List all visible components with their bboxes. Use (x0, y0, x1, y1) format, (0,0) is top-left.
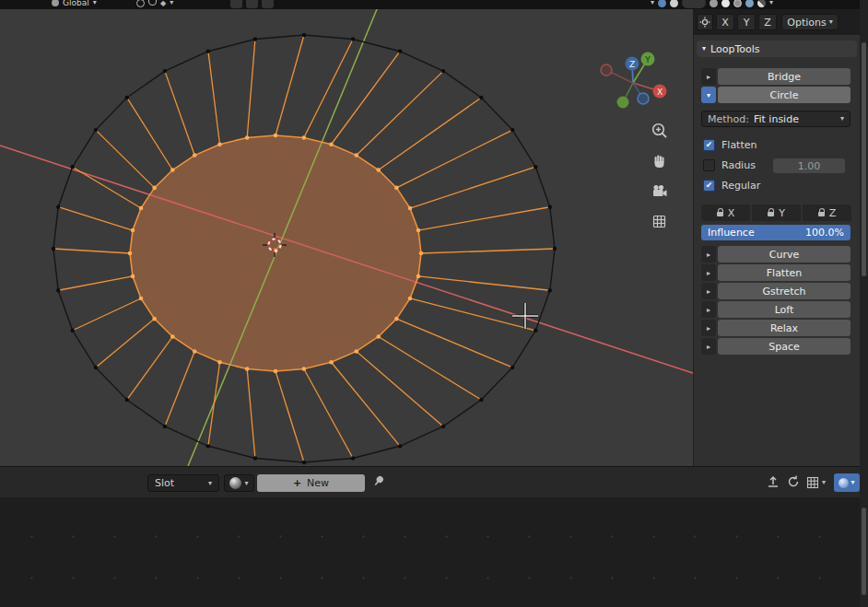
new-image-button[interactable]: + New (257, 474, 365, 492)
bridge-button[interactable]: Bridge (718, 68, 850, 85)
snap-grid-icon[interactable] (805, 473, 820, 492)
lock-x-button[interactable]: X (701, 204, 750, 221)
chevron-right-icon: ▸ (707, 251, 710, 259)
relax-expand-button[interactable]: ▸ (701, 320, 716, 336)
loft-expand-button[interactable]: ▸ (701, 301, 716, 318)
mirror-z-label: Z (764, 17, 771, 29)
space-expand-button[interactable]: ▸ (701, 338, 716, 355)
shading-cluster[interactable]: ▾ ▾ (651, 0, 773, 9)
bridge-label: Bridge (768, 71, 801, 83)
gear-icon[interactable] (697, 14, 713, 30)
chevron-down-icon: ▾ (840, 115, 844, 123)
lock-icon (717, 212, 723, 216)
check-icon: ✔ (706, 181, 713, 190)
orbit-icon (136, 0, 145, 7)
wireframe-shading-icon (710, 0, 718, 7)
panel-title: LoopTools (710, 43, 759, 55)
chevron-down-icon: ▾ (170, 0, 173, 6)
viewport-canvas[interactable] (0, 9, 696, 466)
radius-value: 1.00 (798, 160, 821, 172)
mirror-y-button[interactable]: Y (737, 14, 756, 30)
looptools-panel: ▾ LoopTools ▸ Bridge ▾ Circle Method: Fi… (693, 35, 860, 466)
orientation-dropdown[interactable]: Global ▾ (52, 0, 97, 9)
influence-value: 100.0% (805, 227, 844, 239)
viewport-controls (651, 122, 671, 243)
space-button[interactable]: Space (718, 338, 850, 355)
show-overlays-icon (670, 0, 678, 7)
orthographic-grid-icon[interactable] (651, 213, 669, 231)
scrollbar-thumb[interactable] (862, 42, 866, 276)
lock-z-button[interactable]: Z (803, 204, 851, 221)
chevron-down-icon: ▾ (707, 91, 710, 99)
gizmo-y-label: Y (644, 55, 651, 64)
gstretch-button[interactable]: Gstretch (718, 283, 850, 299)
chevron-down-icon: ▾ (702, 45, 706, 53)
xray-toggle-icon (682, 0, 706, 8)
relax-button[interactable]: Relax (718, 320, 850, 336)
chevron-down-icon: ▾ (829, 18, 833, 26)
chevron-down-icon: ▾ (208, 480, 212, 487)
mirror-y-label: Y (744, 17, 750, 29)
circle-button[interactable]: Circle (718, 87, 850, 103)
scrollbar[interactable] (860, 0, 868, 607)
gizmo-neg-y-ball[interactable] (617, 97, 629, 109)
magnet-icon (148, 0, 157, 6)
regular-checkbox[interactable]: ✔ (703, 180, 715, 192)
method-dropdown[interactable]: Method: Fit inside ▾ (701, 111, 850, 127)
scrollbar-thumb[interactable] (862, 508, 866, 595)
image-editor-canvas[interactable] (0, 497, 860, 607)
solid-shading-icon (721, 0, 730, 7)
mirror-x-label: X (721, 17, 729, 29)
flatten-checkbox-label: Flatten (721, 139, 757, 151)
chevron-right-icon: ▸ (707, 287, 710, 296)
gizmo-neg-x-ball[interactable] (601, 64, 612, 76)
loft-button[interactable]: Loft (718, 301, 850, 318)
gizmo-z-label: Z (629, 60, 635, 69)
refresh-icon[interactable] (785, 473, 802, 492)
chevron-right-icon: ▸ (707, 324, 710, 333)
orientation-label: Global (63, 0, 89, 7)
chevron-down-icon: ▾ (850, 479, 854, 486)
chevron-right-icon: ▸ (707, 73, 710, 81)
flatten-expand-button[interactable]: ▸ (701, 264, 716, 281)
tool-icons[interactable] (230, 0, 274, 9)
pan-hand-icon[interactable] (651, 152, 669, 170)
looptools-panel-header[interactable]: ▾ LoopTools (697, 41, 857, 57)
snapping-cluster[interactable]: ◆ ▾ (136, 0, 173, 9)
lock-y-button[interactable]: Y (752, 204, 801, 221)
chevron-down-icon: ▾ (822, 479, 826, 486)
gstretch-expand-button[interactable]: ▸ (701, 283, 716, 299)
lock-x-label: X (728, 207, 735, 219)
flatten-checkbox[interactable]: ✔ (703, 139, 715, 151)
image-editor-header: Slot ▾ ▾ + New (0, 466, 860, 497)
radius-value-field[interactable]: 1.00 (773, 158, 845, 173)
chevron-down-icon: ▾ (244, 480, 248, 487)
zoom-icon[interactable] (651, 122, 669, 140)
mirror-z-button[interactable]: Z (758, 14, 777, 30)
radius-checkbox[interactable]: ✔ (703, 159, 715, 171)
influence-slider[interactable]: Influence 100.0% (701, 225, 850, 240)
circle-collapse-button[interactable]: ▾ (701, 87, 716, 103)
camera-view-icon[interactable] (651, 182, 669, 201)
loft-label: Loft (775, 304, 794, 316)
blender-window: Global ▾ ◆ ▾ ▾ ▾ (0, 0, 868, 607)
image-browse-dropdown[interactable]: ▾ (224, 474, 254, 492)
navigation-gizmo[interactable]: Z Y X (594, 46, 674, 118)
mirror-x-button[interactable]: X (716, 14, 734, 30)
tool-icon (262, 0, 274, 8)
slot-dropdown[interactable]: Slot ▾ (147, 474, 219, 492)
curve-button[interactable]: Curve (718, 246, 850, 263)
chevron-down-icon: ▾ (651, 0, 654, 6)
curve-expand-button[interactable]: ▸ (701, 246, 716, 263)
display-channels-button[interactable]: ▾ (834, 473, 860, 492)
pin-icon[interactable] (370, 473, 387, 492)
check-icon: ✔ (706, 141, 713, 149)
bridge-expand-button[interactable]: ▸ (701, 68, 716, 85)
chevron-down-icon: ▾ (769, 0, 773, 6)
options-button[interactable]: Options ▾ (781, 14, 839, 30)
flatten-button[interactable]: Flatten (718, 264, 850, 281)
tool-settings-bar: X Y Z Options ▾ (693, 9, 860, 35)
gizmo-neg-z-ball[interactable] (638, 93, 649, 104)
user-icon (52, 0, 59, 6)
pack-image-icon[interactable] (765, 473, 781, 492)
